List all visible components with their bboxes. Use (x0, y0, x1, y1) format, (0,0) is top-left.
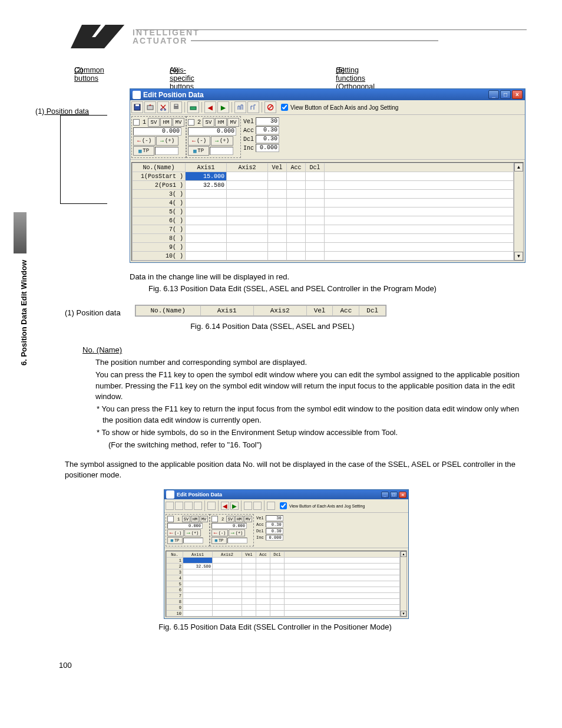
axis1-tp-value[interactable] (155, 147, 178, 155)
fig614-a1: Axis1 (200, 306, 253, 316)
print-icon[interactable] (170, 101, 182, 113)
table-row[interactable]: 7( ) (133, 225, 514, 234)
axis1-tp-button[interactable]: ▦TP (133, 146, 154, 156)
maximize-button-sm[interactable]: □ (390, 492, 398, 498)
stop-icon[interactable] (265, 101, 276, 113)
position-grid-wrap-sm: No. Axis1 Axis2 Vel Acc Dcl 1232.5803456… (166, 551, 407, 617)
grid-scrollbar[interactable]: ▲ ▼ (514, 163, 523, 261)
close-button[interactable]: × (512, 90, 523, 99)
prev-icon-sm[interactable]: ◀ (221, 502, 229, 510)
axis2-tp-value[interactable] (210, 147, 233, 155)
axis2-check-sm[interactable] (211, 516, 218, 522)
axis2-mv-button[interactable]: MV (227, 118, 239, 127)
axis2-sv-button[interactable]: SV (203, 118, 214, 127)
axis1-current-value: 0.000 (133, 127, 181, 136)
inc-label: Inc (243, 145, 254, 151)
axis1-hm-button[interactable]: HM (160, 118, 172, 127)
table-row[interactable]: 10 (167, 611, 400, 617)
table-row[interactable]: 3( ) (133, 190, 514, 199)
close-button-sm[interactable]: × (399, 492, 406, 498)
view-axis-checkbox-input[interactable] (281, 104, 288, 111)
cut-icon[interactable] (157, 101, 169, 113)
print-icon-sm[interactable] (194, 502, 202, 510)
header-rule (135, 29, 527, 30)
next-icon[interactable]: ▶ (217, 101, 229, 113)
table-row[interactable]: 4( ) (133, 199, 514, 207)
maximize-button[interactable]: □ (500, 90, 511, 99)
move-cont-icon[interactable] (234, 101, 246, 113)
next-icon-sm[interactable]: ▶ (230, 502, 239, 510)
axis1-check-sm[interactable] (167, 516, 174, 522)
teach-icon-sm[interactable] (207, 502, 216, 510)
axis2-tp-button[interactable]: ▦TP (188, 146, 209, 156)
save-icon[interactable] (131, 101, 143, 113)
scroll-down-icon[interactable]: ▼ (514, 252, 523, 261)
acc-input[interactable]: 0.30 (256, 126, 279, 134)
axis2-jog-minus[interactable]: ←(-) (188, 136, 210, 146)
titlebar-sm[interactable]: Edit Position Data _ □ × (164, 490, 408, 499)
position-grid-sm[interactable]: No. Axis1 Axis2 Vel Acc Dcl 1232.5803456… (166, 551, 400, 617)
vel-input[interactable]: 30 (256, 117, 279, 126)
view-axis-checkbox-input-sm[interactable] (280, 502, 287, 509)
axis2-hm-button[interactable]: HM (215, 118, 227, 127)
dcl-label: Dcl (243, 136, 254, 143)
svg-rect-3 (147, 106, 153, 110)
stop-icon-sm[interactable] (267, 502, 275, 510)
fig-615-caption: Fig. 6.15 Position Data Edit (SSEL Contr… (24, 622, 527, 631)
transfer-icon-sm[interactable] (175, 502, 183, 510)
axis2-check[interactable] (188, 119, 194, 126)
minimize-button[interactable]: _ (488, 90, 499, 99)
teach-icon[interactable] (187, 101, 199, 113)
titlebar[interactable]: Edit Position Data _ □ × (130, 89, 525, 100)
table-row[interactable]: 5( ) (133, 207, 514, 216)
table-row[interactable]: 3 (167, 569, 400, 575)
view-axis-checkbox[interactable]: View Button of Each Axis and Jog Setting (281, 104, 398, 111)
axis1-mv-button[interactable]: MV (173, 118, 184, 127)
move-cont-icon-sm[interactable] (244, 502, 252, 510)
axis1-sv-button[interactable]: SV (148, 118, 160, 127)
dcl-input[interactable]: 0.30 (256, 135, 279, 143)
position-grid[interactable]: No.(Name) Axis1 Axis2 Vel Acc Dcl 1(PosS… (132, 163, 514, 261)
table-row[interactable]: 8( ) (133, 234, 514, 243)
edit-position-window: Edit Position Data _ □ × ◀ ▶ (130, 88, 525, 263)
view-axis-checkbox-label-sm: View Button of Each Axis and Jog Setting (289, 504, 365, 508)
cut-icon-sm[interactable] (184, 502, 193, 510)
body-p1: The position number and corresponding sy… (95, 357, 527, 368)
axis-panel-1: 1 SV HM MV 0.000 ←(-) →(+) ▦TP (131, 116, 186, 158)
svg-marker-0 (71, 25, 124, 48)
minimize-button-sm[interactable]: _ (381, 492, 389, 498)
fig614-label: (1) Position data (65, 305, 121, 317)
table-row[interactable]: 4 (167, 575, 400, 581)
axis1-check[interactable] (133, 119, 140, 126)
window-title: Edit Position Data (143, 91, 204, 99)
save-icon-sm[interactable] (166, 502, 174, 510)
svg-rect-7 (174, 104, 178, 106)
axis2-jog-plus[interactable]: →(+) (211, 136, 233, 146)
grid-scrollbar-sm[interactable]: ▲▼ (400, 551, 406, 617)
table-row[interactable]: 8 (167, 599, 400, 605)
table-row[interactable]: 6 (167, 587, 400, 593)
table-row[interactable]: 5 (167, 581, 400, 587)
col-no: No.(Name) (133, 163, 186, 172)
scroll-up-icon[interactable]: ▲ (514, 163, 523, 172)
transfer-icon[interactable] (144, 101, 156, 113)
move-step-icon[interactable] (247, 101, 259, 113)
inc-input[interactable]: 0.000 (256, 144, 279, 152)
view-axis-checkbox-sm[interactable]: View Button of Each Axis and Jog Setting (280, 502, 365, 509)
table-row[interactable]: 2(Pos1 )32.580 (133, 181, 514, 190)
table-row[interactable]: 1(PosStart )15.000 (133, 172, 514, 181)
axis1-jog-plus[interactable]: →(+) (156, 136, 178, 146)
axis1-jog-minus[interactable]: ←(-) (133, 136, 156, 146)
table-row[interactable]: 10( ) (133, 252, 514, 261)
table-row[interactable]: 9 (167, 605, 400, 611)
table-row[interactable]: 232.580 (167, 564, 400, 569)
table-row[interactable]: 6( ) (133, 216, 514, 225)
table-row[interactable]: 7 (167, 593, 400, 599)
prev-icon[interactable]: ◀ (204, 101, 216, 113)
body-para2: The symbol assigned to the applicable po… (65, 459, 527, 482)
table-row[interactable]: 9( ) (133, 243, 514, 252)
move-step-icon-sm[interactable] (253, 502, 262, 510)
table-row[interactable]: 1 (167, 558, 400, 564)
svg-rect-6 (174, 106, 178, 109)
callout-row: (2) Common buttons (4) Axis-specific but… (71, 66, 527, 83)
